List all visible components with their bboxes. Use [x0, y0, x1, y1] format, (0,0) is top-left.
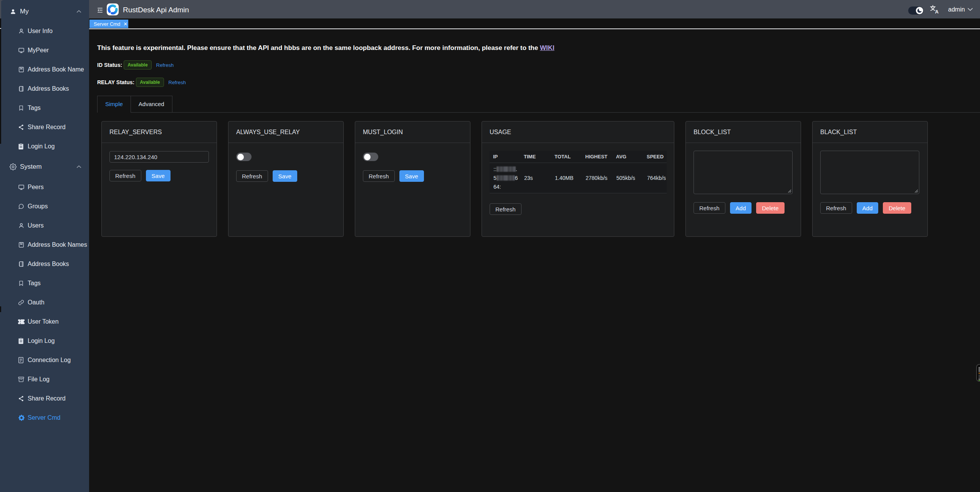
svg-text:A: A	[935, 9, 939, 14]
